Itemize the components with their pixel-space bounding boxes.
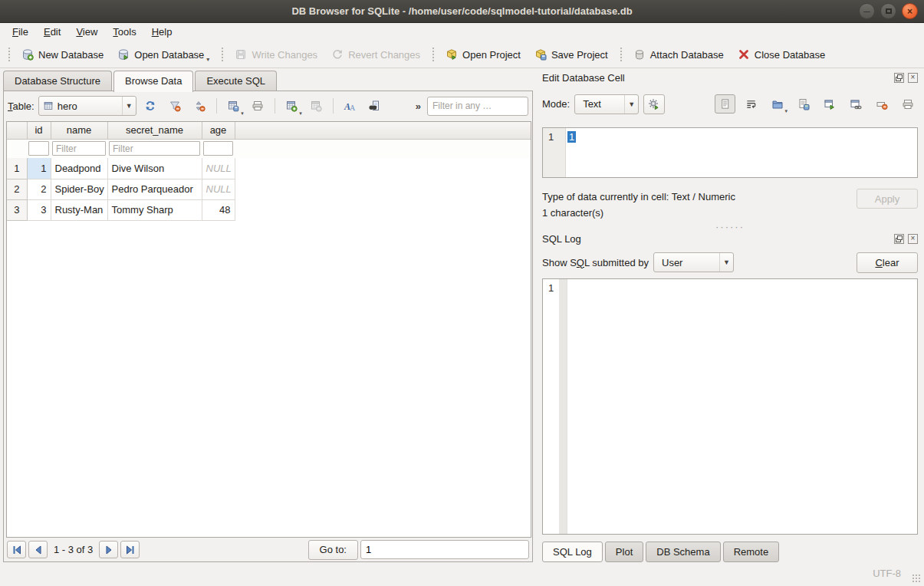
import-cell-data-button[interactable]: ▾ xyxy=(767,94,788,114)
set-null-button[interactable] xyxy=(871,94,892,114)
float-panel-icon xyxy=(896,235,903,242)
dock-tab-db-schema[interactable]: DB Schema xyxy=(646,542,720,562)
toolbar-overflow-button[interactable]: » xyxy=(413,100,423,112)
new-database-button[interactable]: New Database xyxy=(15,44,110,65)
column-header-id[interactable]: id xyxy=(27,122,51,139)
word-wrap-button[interactable] xyxy=(741,94,761,114)
attach-database-button[interactable]: Attach Database xyxy=(626,44,731,65)
find-in-cells-button[interactable] xyxy=(364,96,385,116)
separator xyxy=(216,98,217,114)
mode-select[interactable]: Text ▼ xyxy=(574,94,639,114)
filter-input-secret-name[interactable] xyxy=(109,141,200,156)
float-panel-button[interactable] xyxy=(894,234,904,244)
tab-execute-sql[interactable]: Execute SQL xyxy=(195,71,277,91)
resize-grip[interactable] xyxy=(912,574,922,584)
goto-button[interactable]: Go to: xyxy=(308,540,358,560)
cell-age[interactable]: NULL xyxy=(202,179,235,199)
cell-id[interactable]: 2 xyxy=(27,179,51,199)
data-grid[interactable]: id name secret_name age xyxy=(6,121,531,538)
cell-age[interactable]: 48 xyxy=(202,199,235,220)
column-header-secret-name[interactable]: secret_name xyxy=(107,122,202,139)
cell-name[interactable]: Rusty-Man xyxy=(51,199,107,220)
first-record-button[interactable] xyxy=(7,541,26,558)
cell-id[interactable]: 1 xyxy=(27,158,51,179)
menu-view[interactable]: View xyxy=(68,23,105,41)
filter-any-input[interactable] xyxy=(427,97,528,116)
tab-database-structure[interactable]: Database Structure xyxy=(3,71,112,91)
clear-filters-button[interactable] xyxy=(165,96,186,116)
print-cell-button[interactable] xyxy=(897,94,918,114)
row-number[interactable]: 2 xyxy=(7,179,27,199)
filter-input-id[interactable] xyxy=(28,141,49,156)
open-database-dropdown-icon[interactable]: ▾ xyxy=(206,56,209,65)
clear-log-button[interactable]: Clear xyxy=(857,252,918,273)
maximize-button[interactable] xyxy=(880,3,896,19)
toolbar-handle[interactable] xyxy=(220,46,224,63)
minimize-button[interactable]: ─ xyxy=(859,3,875,19)
close-button[interactable]: × xyxy=(902,3,918,19)
open-project-button[interactable]: Open Project xyxy=(439,44,528,65)
toolbar-handle[interactable] xyxy=(431,46,435,63)
revert-changes-label: Revert Changes xyxy=(348,49,420,61)
corner-header[interactable] xyxy=(7,122,27,139)
cell-editor-content[interactable]: 1 xyxy=(566,128,917,177)
previous-record-button[interactable] xyxy=(28,541,48,558)
cell-secret-name[interactable]: Dive Wilson xyxy=(107,158,202,179)
menu-file[interactable]: File xyxy=(5,23,36,41)
close-panel-button[interactable]: × xyxy=(908,73,918,83)
cell-age[interactable]: NULL xyxy=(202,158,235,179)
table-select[interactable]: hero ▼ xyxy=(38,96,136,116)
menu-help[interactable]: Help xyxy=(144,23,180,41)
sql-log-editor[interactable]: 1 xyxy=(542,278,918,535)
toolbar-handle[interactable] xyxy=(619,46,623,63)
sql-log-content[interactable] xyxy=(567,279,917,534)
copy-link-button[interactable] xyxy=(845,94,866,114)
cell-id[interactable]: 3 xyxy=(27,199,51,220)
dock-splitter[interactable]: ······ xyxy=(542,221,918,232)
new-database-icon xyxy=(21,48,34,61)
text-mode-button[interactable] xyxy=(715,94,735,114)
refresh-button[interactable] xyxy=(140,96,161,116)
export-cell-data-button[interactable] xyxy=(793,94,814,114)
apply-settings-button[interactable] xyxy=(643,94,665,114)
cell-secret-name[interactable]: Tommy Sharp xyxy=(107,199,202,220)
goto-input[interactable] xyxy=(360,540,529,559)
column-header-age[interactable]: age xyxy=(202,122,235,139)
menu-tools[interactable]: Tools xyxy=(105,23,143,41)
open-database-button[interactable]: Open Database ▾ xyxy=(110,44,216,65)
row-number[interactable]: 3 xyxy=(7,199,27,220)
close-database-button[interactable]: Close Database xyxy=(731,44,833,65)
cell-name[interactable]: Spider-Boy xyxy=(51,179,107,199)
cell-name[interactable]: Deadpond xyxy=(51,158,107,179)
sql-source-select[interactable]: User ▼ xyxy=(653,252,734,272)
next-record-button[interactable] xyxy=(99,541,118,558)
clear-sorting-button[interactable] xyxy=(189,96,210,116)
first-record-icon xyxy=(12,545,21,555)
export-table-button[interactable]: ▾ xyxy=(223,96,244,116)
title-bar[interactable]: DB Browser for SQLite - /home/user/code/… xyxy=(0,0,924,23)
filter-input-name[interactable] xyxy=(52,141,106,156)
print-button[interactable] xyxy=(248,96,268,116)
last-record-button[interactable] xyxy=(120,541,140,558)
sql-log-title: SQL Log xyxy=(542,233,890,245)
save-project-button[interactable]: Save Project xyxy=(528,44,615,65)
font-settings-button[interactable]: AA xyxy=(340,96,360,116)
cell-secret-name[interactable]: Pedro Parqueador xyxy=(107,179,202,199)
dock-tab-plot[interactable]: Plot xyxy=(605,542,643,562)
menu-edit[interactable]: Edit xyxy=(36,23,68,41)
tab-browse-data[interactable]: Browse Data xyxy=(113,71,193,92)
toolbar-handle[interactable] xyxy=(7,46,11,63)
row-number[interactable]: 1 xyxy=(7,158,27,179)
filter-input-age[interactable] xyxy=(203,141,233,156)
float-panel-button[interactable] xyxy=(894,73,904,83)
open-database-label: Open Database xyxy=(134,49,204,61)
dock-tab-remote[interactable]: Remote xyxy=(723,542,780,562)
open-in-external-app-button[interactable] xyxy=(819,94,840,114)
insert-record-button[interactable]: ▾ xyxy=(281,96,302,116)
write-changes-icon xyxy=(235,48,247,61)
column-header-name[interactable]: name xyxy=(51,122,107,139)
dock-tab-sql-log[interactable]: SQL Log xyxy=(542,542,603,562)
record-navigation-bar: 1 - 3 of 3 Go to: xyxy=(4,538,532,561)
cell-editor[interactable]: 1 1 xyxy=(542,127,918,178)
close-panel-button[interactable]: × xyxy=(908,234,918,244)
